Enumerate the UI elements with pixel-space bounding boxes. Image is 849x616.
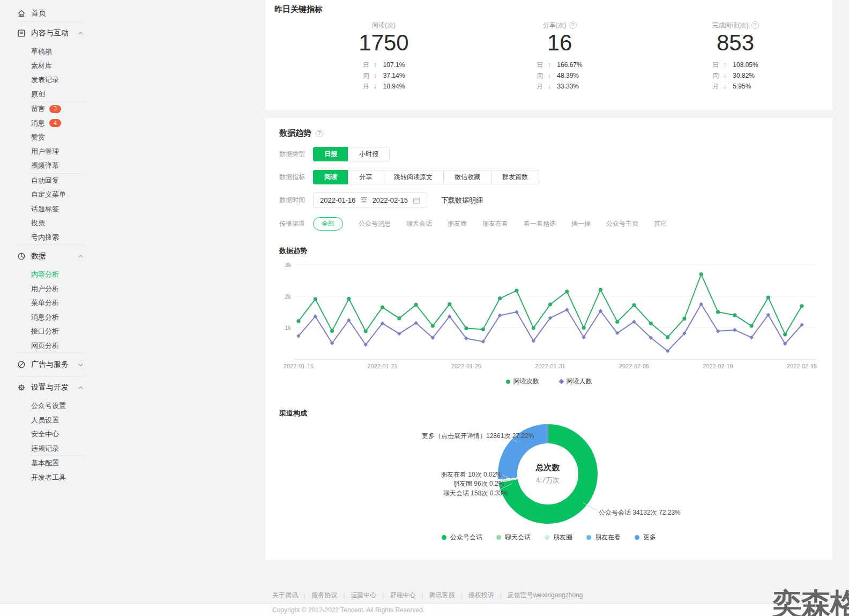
sidebar-item-messages[interactable]: 消息4 — [17, 116, 118, 131]
sidebar-item-message-analysis[interactable]: 消息分析 — [17, 310, 118, 325]
sidebar-item-security-center[interactable]: 安全中心 — [17, 427, 118, 442]
metric-compare-row: 日↑166.67% — [537, 60, 582, 70]
footer-link[interactable]: 辟谣中心 — [390, 591, 415, 600]
legend-item-阅读次数[interactable]: 阅读次数 — [506, 377, 539, 386]
legend-item-阅读人数[interactable]: 阅读人数 — [560, 377, 592, 386]
sidebar-item-publish-records[interactable]: 发表记录 — [17, 73, 118, 87]
sidebar-item-media-library[interactable]: 素材库 — [17, 59, 118, 73]
metric-value: 1750 — [359, 31, 408, 55]
data-metric-tab[interactable]: 阅读 — [313, 170, 348, 184]
sidebar-item-web-analysis[interactable]: 网页分析 — [17, 339, 118, 353]
filter-row-channel: 传播渠道 全部公众号消息聊天会话朋友圈朋友在看看一看精选搜一搜公众号主页其它 — [279, 216, 818, 231]
sidebar-item-polls[interactable]: 投票 — [17, 216, 118, 231]
footer-link[interactable]: 侵权投诉 — [468, 591, 494, 600]
sidebar-item-ads-services[interactable]: 广告与服务 — [17, 353, 84, 376]
sidebar-item-label: 视频弹幕 — [31, 161, 59, 170]
footer-link[interactable]: 运营中心 — [351, 591, 376, 600]
sidebar-item-label: 安全中心 — [31, 429, 59, 439]
download-data-link[interactable]: 下载数据明细 — [441, 196, 483, 205]
sidebar-item-basic-config[interactable]: 基本配置 — [17, 456, 118, 471]
data-metric-tab[interactable]: 跳转阅读原文 — [383, 170, 444, 184]
footer-separator: | — [304, 592, 306, 599]
legend-item-朋友圈[interactable]: 朋友圈 — [545, 533, 572, 542]
channel-pill[interactable]: 公众号主页 — [606, 219, 638, 228]
help-icon[interactable]: ? — [569, 21, 577, 29]
sidebar-item-label: 消息 — [31, 118, 45, 128]
slice-label-朋友圈: 朋友圈 96次 0.2% — [453, 479, 504, 488]
compare-percent: 108.05% — [733, 61, 758, 69]
legend-item-聊天会话[interactable]: 聊天会话 — [496, 533, 531, 542]
data-type-tab[interactable]: 小时报 — [348, 147, 390, 161]
compare-percent: 48.39% — [557, 72, 582, 79]
metric-value: 853 — [717, 31, 754, 55]
sidebar-item-menu-analysis[interactable]: 菜单分析 — [17, 296, 118, 310]
compare-period: 周 — [363, 71, 374, 80]
filter-row-type: 数据类型 日报小时报 — [279, 146, 818, 161]
sidebar-item-home[interactable]: 首页 — [17, 0, 84, 21]
data-point — [632, 303, 636, 307]
sidebar-item-label: 网页分析 — [31, 341, 59, 351]
footer-link[interactable]: 腾讯客服 — [429, 591, 455, 600]
data-metric-tab[interactable]: 微信收藏 — [443, 170, 491, 184]
sidebar-item-comments[interactable]: 留言3 — [17, 102, 118, 116]
arrow-down-icon: ↓ — [374, 72, 383, 79]
compare-period: 月 — [712, 82, 723, 91]
metric-label-text: 分享(次) — [543, 21, 567, 30]
sidebar-item-topic-tags[interactable]: 话题标签 — [17, 202, 118, 217]
channel-pill[interactable]: 聊天会话 — [406, 219, 432, 228]
footer-link[interactable]: 关于腾讯 — [272, 591, 298, 600]
data-point — [716, 310, 720, 314]
channel-pill[interactable]: 全部 — [313, 217, 343, 231]
sidebar-item-data[interactable]: 数据 — [17, 245, 84, 268]
circle-marker-icon — [586, 535, 591, 540]
legend-item-公众号会话[interactable]: 公众号会话 — [442, 533, 482, 542]
data-metric-tab[interactable]: 群发篇数 — [491, 170, 539, 184]
channel-pill[interactable]: 朋友圈 — [448, 219, 467, 228]
compare-percent: 166.67% — [557, 61, 582, 69]
footer-link[interactable]: 服务协议 — [311, 591, 337, 600]
channel-pill[interactable]: 看一看精选 — [524, 219, 556, 228]
data-type-tab[interactable]: 日报 — [313, 147, 348, 161]
footer-separator: | — [343, 592, 345, 599]
date-range-picker[interactable]: 2022-01-16 至 2022-02-15 — [313, 192, 427, 208]
footer-separator: | — [500, 592, 502, 599]
sidebar-item-violation-records[interactable]: 违规记录 — [17, 442, 118, 456]
channel-pill[interactable]: 其它 — [654, 219, 667, 228]
line-chart: 1k2k3k2022-01-162022-01-212022-01-262022… — [279, 256, 818, 375]
legend-item-朋友在看[interactable]: 朋友在看 — [586, 533, 621, 542]
slice-label-更多[interactable]: 更多（点击展开详情）12861次 27.22% — [422, 432, 534, 441]
sidebar-item-user-management[interactable]: 用户管理 — [17, 145, 118, 159]
sidebar-item-user-analysis[interactable]: 用户分析 — [17, 282, 118, 296]
legend-item-更多[interactable]: 更多 — [635, 533, 656, 542]
compare-period: 日 — [712, 61, 723, 70]
data-point — [464, 326, 468, 330]
sidebar-item-content-analysis[interactable]: 内容分析 — [17, 268, 118, 282]
help-icon[interactable]: ? — [751, 21, 759, 29]
channel-pill[interactable]: 公众号消息 — [359, 219, 391, 228]
metric-compare-rows: 日↑166.67%周↓48.39%月↓33.33% — [537, 60, 582, 92]
channel-pill[interactable]: 朋友在看 — [482, 219, 508, 228]
sidebar-item-in-account-search[interactable]: 号内搜索 — [17, 231, 118, 245]
metric-label-text: 完成阅读(次) — [712, 21, 749, 30]
sidebar-item-api-analysis[interactable]: 接口分析 — [17, 324, 118, 339]
sidebar-item-rewards[interactable]: 赞赏 — [17, 130, 118, 145]
sidebar-item-developer-tools[interactable]: 开发者工具 — [17, 471, 118, 485]
sidebar-item-auto-reply[interactable]: 自动回复 — [17, 174, 118, 188]
sidebar-item-content-interaction[interactable]: 内容与互动 — [17, 22, 84, 44]
sidebar-item-drafts[interactable]: 草稿箱 — [17, 44, 118, 59]
circle-marker-icon — [496, 535, 501, 540]
help-icon[interactable]: ? — [316, 130, 323, 137]
sidebar-item-original[interactable]: 原创 — [17, 87, 118, 102]
sidebar-item-video-danmu[interactable]: 视频弹幕 — [17, 159, 118, 173]
line-chart-title: 数据趋势 — [279, 246, 818, 256]
data-metric-tab[interactable]: 分享 — [348, 170, 383, 184]
sidebar-item-label: 草稿箱 — [31, 47, 52, 56]
data-icon — [17, 252, 26, 261]
sidebar-item-settings-dev[interactable]: 设置与开发 — [17, 376, 84, 399]
donut-center: 总次数 4.7万次 — [517, 443, 578, 504]
sidebar-item-account-settings[interactable]: 公众号设置 — [17, 399, 118, 413]
sidebar-item-staff-settings[interactable]: 人员设置 — [17, 413, 118, 428]
sidebar-item-custom-menu[interactable]: 自定义菜单 — [17, 188, 118, 202]
footer-link[interactable]: 反馈官号weixingongzhong — [508, 591, 583, 600]
channel-pill[interactable]: 搜一搜 — [571, 219, 591, 228]
